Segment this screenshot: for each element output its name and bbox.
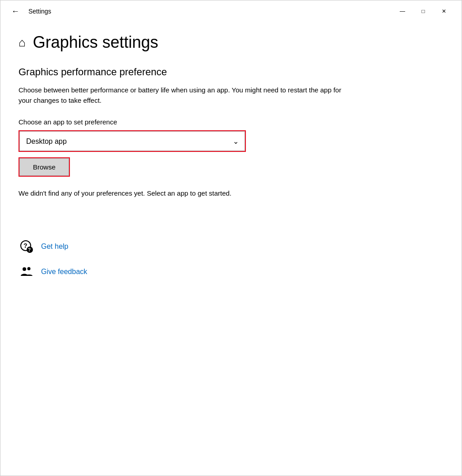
give-feedback-icon [18, 264, 35, 280]
give-feedback-link[interactable]: Give feedback [18, 264, 444, 280]
settings-window: ← Settings — □ ✕ ⌂ Graphics settings Gra… [0, 0, 462, 476]
window-controls: — □ ✕ [392, 4, 454, 18]
browse-wrapper: Browse [18, 157, 70, 177]
svg-point-4 [23, 267, 26, 271]
title-bar: ← Settings — □ ✕ [0, 0, 462, 22]
app-type-dropdown-container: Desktop app Microsoft Store app ⌄ [19, 131, 245, 151]
main-content: ⌂ Graphics settings Graphics performance… [0, 22, 462, 476]
description-text: Choose between better performance or bat… [18, 85, 343, 105]
svg-text:?: ? [28, 247, 31, 252]
get-help-link[interactable]: ? ? Get help [18, 238, 444, 255]
back-button[interactable]: ← [8, 5, 23, 18]
empty-state-message: We didn't find any of your preferences y… [18, 189, 289, 197]
give-feedback-text[interactable]: Give feedback [41, 268, 87, 276]
title-bar-left: ← Settings [8, 5, 51, 18]
spacer [18, 224, 444, 238]
choose-label: Choose an app to set preference [18, 118, 444, 126]
svg-text:?: ? [23, 242, 28, 249]
svg-point-5 [28, 267, 31, 270]
get-help-icon: ? ? [18, 238, 35, 255]
dropdown-wrapper: Desktop app Microsoft Store app ⌄ [18, 130, 246, 152]
help-section: ? ? Get help [18, 238, 444, 280]
get-help-text[interactable]: Get help [41, 243, 68, 251]
window-title: Settings [28, 8, 51, 15]
minimize-button[interactable]: — [392, 4, 413, 18]
page-title: Graphics settings [33, 33, 158, 52]
home-icon: ⌂ [18, 36, 26, 50]
browse-button[interactable]: Browse [19, 158, 69, 176]
close-button[interactable]: ✕ [434, 4, 454, 18]
section-title: Graphics performance preference [18, 66, 444, 78]
page-header: ⌂ Graphics settings [18, 33, 444, 52]
maximize-button[interactable]: □ [413, 4, 434, 18]
app-type-dropdown[interactable]: Desktop app Microsoft Store app [19, 131, 245, 151]
